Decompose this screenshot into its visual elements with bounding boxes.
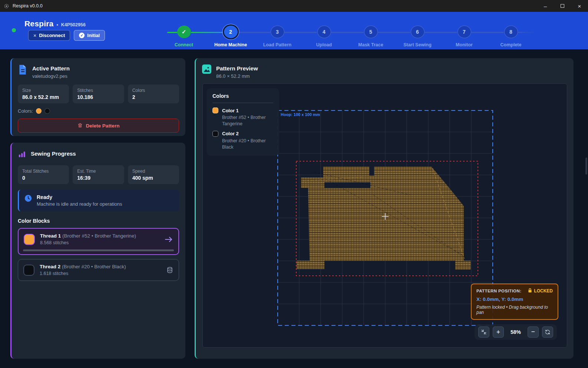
refresh-icon [545, 329, 551, 335]
step-label: Monitor [456, 42, 473, 47]
legend-swatch [212, 107, 218, 113]
step-circle: 6 [411, 26, 425, 38]
thread-block-2[interactable]: Thread 2 (Brother #20 • Brother Black) 1… [18, 259, 179, 281]
stat-colors: Colors 2 [128, 84, 179, 103]
step-label: Complete [501, 42, 522, 47]
delete-pattern-button[interactable]: Delete Pattern [18, 119, 179, 133]
color-blocks-title: Color Blocks [18, 218, 179, 224]
thread-detail: (Brother #20 • Brother Black) [62, 264, 126, 269]
colors-legend-title: Colors [212, 93, 273, 99]
fit-view-button[interactable] [478, 326, 489, 338]
step-start-sewing[interactable]: 6 Start Sewing [394, 16, 441, 47]
maximize-button[interactable] [554, 0, 571, 12]
minimize-button[interactable]: – [537, 0, 554, 12]
step-upload[interactable]: 4 Upload [301, 16, 347, 47]
pattern-dimensions: 86.0 × 52.2 mm [216, 73, 258, 79]
color-swatch-1 [36, 108, 42, 114]
reset-view-button[interactable] [542, 326, 553, 338]
preview-canvas[interactable]: Hoop: 100 x 100 mm [202, 83, 567, 348]
app-icon [4, 3, 9, 9]
legend-item-color-2: Color 2 Brother #20 • Brother Black [212, 131, 273, 150]
compress-icon [481, 329, 487, 335]
lock-icon [528, 288, 532, 294]
close-icon: × [33, 33, 36, 39]
initial-button[interactable]: ✓ Initial [74, 30, 105, 41]
window-title: Respira v0.0.0 [13, 3, 43, 9]
app-window: Respira v0.0.0 – × Respira • K4P502956 ×… [0, 0, 588, 368]
thread-swatch [23, 265, 34, 276]
step-circle: 7 [457, 26, 471, 38]
stat-stitches: Stitches 10.186 [73, 84, 124, 103]
zoom-out-button[interactable]: − [528, 326, 539, 338]
thread-progress-bar [23, 249, 174, 251]
step-circle: 5 [364, 26, 378, 38]
file-icon [18, 64, 27, 76]
step-circle: ✓ [177, 26, 191, 38]
pattern-filename: valetudogv2.pes [32, 73, 70, 79]
position-hint: Pattern locked • Drag background to pan [476, 305, 553, 315]
pattern-preview-card: Pattern Preview 86.0 × 52.2 mm [195, 58, 574, 359]
zoom-in-button[interactable]: + [493, 326, 504, 338]
pattern-position-overlay: PATTERN POSITION: LOCKED X: 0.0mm, Y: 0.… [471, 284, 558, 320]
machine-serial: K4P502956 [61, 22, 86, 27]
thread-block-1[interactable]: Thread 1 (Brother #52 • Brother Tangerin… [18, 228, 179, 255]
initial-label: Initial [87, 33, 100, 38]
connection-status-dot [12, 28, 16, 32]
maximize-icon [561, 4, 564, 8]
stat-size: Size 86.0 x 52.2 mm [18, 84, 69, 103]
step-connect[interactable]: ✓ Connect [161, 16, 207, 47]
thread-name: Thread 2 [40, 264, 60, 269]
legend-color-name: Color 2 [222, 131, 239, 136]
legend-color-detail: Brother #52 • Brother Tangerine [222, 115, 277, 127]
thread-swatch [24, 234, 35, 245]
brand-title: Respira [24, 19, 53, 28]
check-circle-icon: ✓ [79, 33, 85, 38]
divider [212, 103, 273, 103]
database-icon [166, 266, 174, 274]
thread-detail: (Brother #52 • Brother Tangerine) [62, 233, 136, 239]
window-scrollbar[interactable] [585, 158, 587, 175]
legend-swatch [212, 131, 218, 137]
color-swatch-2 [44, 108, 50, 114]
step-monitor[interactable]: 7 Monitor [441, 16, 488, 47]
step-label: Mask Trace [358, 42, 383, 47]
step-label: Start Sewing [403, 42, 432, 47]
thread-name: Thread 1 [40, 233, 61, 239]
bar-chart-icon [18, 149, 26, 160]
step-circle: 4 [317, 26, 331, 38]
legend-color-name: Color 1 [222, 108, 239, 113]
status-title: Ready [37, 194, 122, 200]
lock-state-badge: LOCKED [534, 288, 553, 294]
thread-stitch-count: 8.568 stitches [40, 240, 136, 245]
step-mask-trace[interactable]: 5 Mask Trace [347, 16, 394, 47]
step-home-machine[interactable]: 2 Home Machine [207, 16, 254, 47]
disconnect-button[interactable]: × Disconnect [28, 30, 70, 41]
zoom-level: 58% [507, 329, 524, 335]
stat-total-stitches: Total Stitches 0 [18, 165, 69, 184]
step-load-pattern[interactable]: 3 Load Pattern [254, 16, 301, 47]
card-title: Sewing Progress [31, 149, 76, 157]
step-label: Load Pattern [263, 42, 291, 47]
step-circle: 2 [224, 26, 238, 38]
stitch-pattern [297, 167, 471, 269]
hoop-label: Hoop: 100 x 100 mm [281, 112, 320, 117]
colors-legend-panel: Colors Color 1 Brother #52 • Brother Tan… [207, 88, 279, 156]
machine-status: Ready Machine is idle and ready for oper… [18, 190, 179, 211]
step-complete[interactable]: 8 Complete [488, 16, 534, 47]
app-header: Respira • K4P502956 × Disconnect ✓ Initi… [0, 12, 588, 49]
brand-separator: • [56, 22, 58, 27]
stat-est-time: Est. Time 16:39 [73, 165, 124, 184]
step-circle: 3 [271, 26, 284, 38]
thread-stitch-count: 1.618 stitches [40, 271, 126, 276]
position-coordinates: X: 0.0mm, Y: 0.0mm [476, 296, 553, 302]
active-pattern-card: Active Pattern valetudogv2.pes Size 86.0… [10, 58, 185, 136]
image-icon [202, 64, 211, 75]
card-title: Pattern Preview [216, 64, 258, 72]
step-label: Upload [316, 42, 332, 47]
colors-label: Colors: [18, 108, 33, 114]
close-button[interactable]: × [571, 0, 588, 12]
disconnect-label: Disconnect [39, 33, 65, 38]
legend-color-detail: Brother #20 • Brother Black [222, 138, 277, 150]
status-description: Machine is idle and ready for operations [37, 201, 122, 207]
arrow-right-icon [164, 236, 173, 243]
